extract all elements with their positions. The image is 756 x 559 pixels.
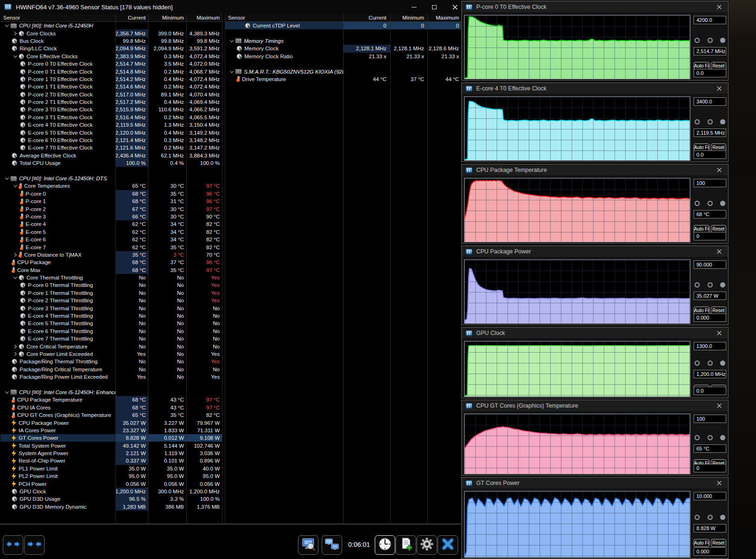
table-row[interactable]: Average Effective Clock2,436.4 MHz62.1 M… xyxy=(0,152,223,159)
table-row[interactable]: Current cTDP Level000 xyxy=(225,22,466,29)
system-summary-button[interactable] xyxy=(298,535,318,555)
table-row[interactable]: CPU Package Power35.027 W3.227 W79.967 W xyxy=(0,419,223,426)
column-header-current[interactable]: Current xyxy=(344,14,391,21)
table-row[interactable]: Package/Ring Power Limit ExceededYesNoYe… xyxy=(0,373,223,381)
scale-radio[interactable] xyxy=(708,282,713,287)
table-row[interactable]: E-core 5 Thermal ThrottlingNoNoNo xyxy=(0,320,223,327)
scale-min-value[interactable]: 0 xyxy=(694,464,726,472)
table-row[interactable]: E-core 4 Thermal ThrottlingNoNoNo xyxy=(0,312,223,320)
minimize-button[interactable] xyxy=(404,0,424,14)
settings-button[interactable] xyxy=(417,535,437,555)
maximize-button[interactable] xyxy=(424,0,445,14)
table-row[interactable]: Core Distance to TjMAX35 °C3 °C70 °C xyxy=(0,251,223,259)
report-button[interactable] xyxy=(396,535,416,555)
table-row[interactable]: CPU IA Cores68 °C43 °C97 °C xyxy=(0,404,223,411)
table-row[interactable]: GPU D3D Memory Dynamic1,283 MB386 MB1,37… xyxy=(0,503,223,511)
table-row[interactable]: P-core 3 T1 Effective Clock2,516.4 MHz0.… xyxy=(0,114,223,121)
reset-button[interactable]: Reset xyxy=(711,539,727,547)
table-row[interactable]: E-core 762 °C35 °C82 °C xyxy=(0,243,223,251)
scale-max-value[interactable]: 3400.0 xyxy=(694,97,726,106)
close-button[interactable] xyxy=(712,83,726,94)
scale-radio-selected[interactable] xyxy=(720,119,725,124)
table-row[interactable]: Core Effective Clocks2,383.9 MHz0.3 MHz4… xyxy=(0,53,223,60)
scale-radio-selected[interactable] xyxy=(720,361,725,366)
scale-max-value[interactable]: 10.000 xyxy=(694,492,726,500)
table-row[interactable]: E-core 6 Thermal ThrottlingNoNoNo xyxy=(0,327,223,335)
table-row[interactable]: Total System Power49.142 W5.144 W102.746… xyxy=(0,442,223,449)
table-row[interactable]: CPU Package Temperature68 °C43 °C97 °C xyxy=(0,396,223,403)
column-header-minimum[interactable]: Minimum xyxy=(391,14,428,21)
close-button[interactable] xyxy=(712,165,726,175)
scale-radio-selected[interactable] xyxy=(720,38,725,43)
column-header-maximum[interactable]: Maximum xyxy=(428,14,466,21)
expander[interactable] xyxy=(3,177,10,180)
table-row[interactable]: Drive Temperature44 °C37 °C44 °C xyxy=(225,75,466,83)
scale-max-value[interactable]: 100 xyxy=(694,179,726,187)
scale-min-value[interactable]: 0.0 xyxy=(694,387,726,395)
graph-title-bar[interactable]: CPU Package Power xyxy=(462,246,728,258)
scale-radio-selected[interactable] xyxy=(720,282,725,287)
table-row[interactable]: Rest-of-Chip Power0.337 W0.101 W0.896 W xyxy=(0,457,223,464)
scale-radio[interactable] xyxy=(708,515,713,520)
table-row[interactable]: Memory Clock Ratio21.33 x21.33 x21.33 x xyxy=(225,53,466,60)
scale-max-value[interactable]: 4200.0 xyxy=(694,16,726,24)
table-row[interactable]: Core Temperatures65 °C30 °C97 °C xyxy=(0,182,223,190)
auto-fit-button[interactable]: Auto Fit xyxy=(694,539,709,547)
table-row[interactable]: GPU Clock1,200.0 MHz300.0 MHz1,200.0 MHz xyxy=(0,488,223,495)
table-row[interactable]: E-core 562 °C34 °C82 °C xyxy=(0,228,223,236)
scale-min-value[interactable]: 0.000 xyxy=(694,314,726,322)
table-row[interactable]: Core Power Limit ExceededYesNoYes xyxy=(0,350,223,358)
expander[interactable] xyxy=(3,391,10,394)
graph-title-bar[interactable]: CPU GT Cores (Graphics) Temperature xyxy=(462,400,728,412)
group-row[interactable]: CPU [#0]: Intel Core i5-12450H: DTS xyxy=(0,175,223,182)
table-row[interactable]: Core Thermal ThrottlingNoNoYes xyxy=(0,274,223,281)
table-row[interactable]: P-core 0 T1 Effective Clock2,514.8 MHz0.… xyxy=(0,68,223,75)
table-row[interactable]: P-core 1 Thermal ThrottlingNoNoYes xyxy=(0,289,223,297)
expander[interactable] xyxy=(12,184,19,187)
column-header-minimum[interactable]: Minimum xyxy=(148,14,187,21)
table-row[interactable]: PL2 Power Limit95.0 W95.0 W95.0 W xyxy=(0,472,223,480)
table-row[interactable]: CPU GT Cores (Graphics) Temperature65 °C… xyxy=(0,411,223,419)
table-row[interactable]: P-core 2 Thermal ThrottlingNoNoYes xyxy=(0,297,223,304)
table-row[interactable]: CPU Package68 °C37 °C96 °C xyxy=(0,259,223,266)
scale-radio[interactable] xyxy=(708,38,713,43)
graph-title-bar[interactable]: CPU Package Temperature xyxy=(462,164,728,176)
table-row[interactable]: IA Cores Power23.327 W1.833 W71.311 W xyxy=(0,427,223,434)
graph-title-bar[interactable]: P-core 0 T0 Effective Clock xyxy=(462,1,728,13)
table-row[interactable]: P-core 366 °C30 °C90 °C xyxy=(0,213,223,220)
scale-max-value[interactable]: 100 xyxy=(694,415,726,423)
scale-max-value[interactable]: 1300.0 xyxy=(694,342,726,350)
expander[interactable] xyxy=(12,253,19,256)
table-row[interactable]: P-core 2 T0 Effective Clock2,517.0 MHz89… xyxy=(0,91,223,98)
expander[interactable] xyxy=(12,55,19,58)
table-row[interactable]: E-core 5 T0 Effective Clock2,120.0 MHz0.… xyxy=(0,129,223,136)
scale-radio[interactable] xyxy=(695,361,700,366)
close-button[interactable] xyxy=(712,2,726,12)
graph-title-bar[interactable]: GPU Clock xyxy=(462,327,728,339)
table-row[interactable]: P-core 0 T0 Effective Clock2,514.7 MHz3.… xyxy=(0,60,223,68)
arrows-outward-button[interactable] xyxy=(3,535,23,555)
expander[interactable] xyxy=(12,32,19,35)
group-row[interactable]: CPU [#0]: Intel Core i5-12450H xyxy=(0,22,223,29)
expander[interactable] xyxy=(3,24,10,27)
scale-radio-selected[interactable] xyxy=(720,201,725,206)
close-button[interactable] xyxy=(712,328,726,338)
scale-min-value[interactable]: 0.000 xyxy=(694,547,726,556)
scale-radio-selected[interactable] xyxy=(720,435,725,440)
group-row[interactable]: CPU [#0]: Intel Core i5-12450H: Enhanced xyxy=(0,389,223,396)
clock-button[interactable] xyxy=(375,535,395,555)
scale-min-value[interactable]: 0.0 xyxy=(694,150,726,159)
close-button[interactable] xyxy=(712,478,726,488)
expander[interactable] xyxy=(228,70,235,73)
scale-radio[interactable] xyxy=(708,435,713,440)
table-row[interactable]: Package/Ring Critical TemperatureNoNoNo xyxy=(0,366,223,373)
scale-radio[interactable] xyxy=(695,38,700,43)
table-row[interactable]: E-core 662 °C34 °C82 °C xyxy=(0,236,223,243)
table-row[interactable]: P-core 267 °C30 °C97 °C xyxy=(0,205,223,212)
table-row[interactable]: Core Max68 °C35 °C97 °C xyxy=(0,266,223,274)
close-button[interactable] xyxy=(712,246,726,257)
graph-title-bar[interactable]: E-core 4 T0 Effective Clock xyxy=(462,83,728,95)
arrows-inward-button[interactable] xyxy=(24,535,45,555)
table-row[interactable]: P-core 0 Thermal ThrottlingNoNoYes xyxy=(0,281,223,289)
scale-min-value[interactable]: 0.0 xyxy=(694,69,726,77)
